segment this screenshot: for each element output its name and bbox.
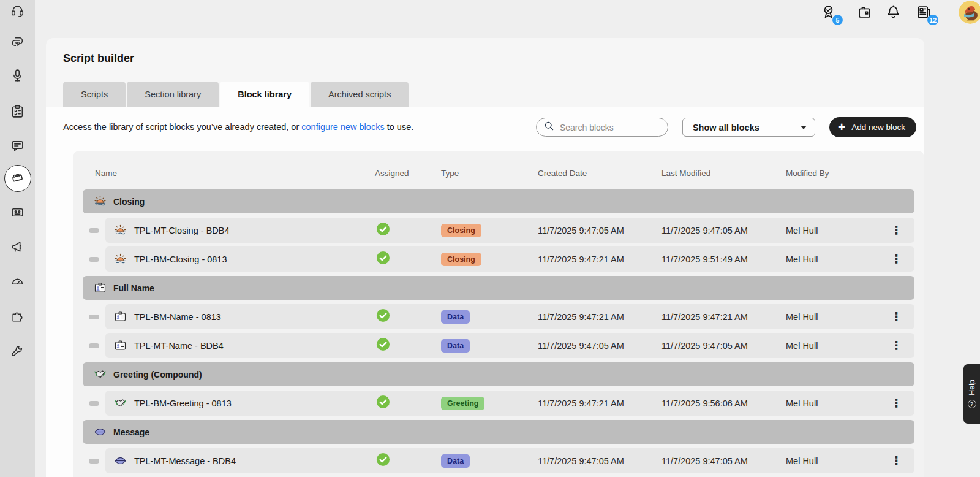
- clipboard-check-icon: [10, 104, 25, 121]
- group-header-row[interactable]: Greeting (Compound): [83, 362, 914, 386]
- block-name: TPL-BM-Name - 0813: [134, 312, 221, 322]
- group-label: Greeting (Compound): [113, 370, 202, 380]
- block-name: TPL-BM-Greeting - 0813: [134, 399, 232, 408]
- filter-selected-value: Show all blocks: [693, 123, 760, 132]
- created-date: 11/7/2025 9:47:21 AM: [538, 312, 662, 322]
- id-card-icon: [114, 339, 127, 352]
- table-body: ClosingTPL-MT-Closing - BDB4Closing11/7/…: [83, 189, 914, 473]
- microphone-icon: [10, 68, 25, 86]
- drag-handle[interactable]: [89, 343, 99, 348]
- created-date: 11/7/2025 9:47:05 AM: [538, 456, 662, 466]
- type-badge: Closing: [441, 224, 481, 237]
- tab-scripts[interactable]: Scripts: [63, 82, 126, 107]
- sunrise-icon: [114, 253, 127, 265]
- lips-icon: [94, 425, 107, 438]
- row-menu-button[interactable]: ⋮: [891, 339, 902, 352]
- group-header-row[interactable]: Full Name: [83, 276, 914, 300]
- drag-handle[interactable]: [89, 228, 99, 233]
- row-menu-button[interactable]: ⋮: [891, 253, 902, 265]
- block-library-panel: Access the library of script blocks you’…: [46, 107, 924, 477]
- block-row[interactable]: TPL-BM-Closing - 0813Closing11/7/2025 9:…: [105, 246, 914, 272]
- achievements-button[interactable]: 5: [820, 4, 837, 21]
- tab-archived-scripts[interactable]: Archived scripts: [311, 82, 409, 107]
- handshake-icon: [94, 368, 107, 381]
- sidebar-item-dashboard[interactable]: [0, 272, 35, 292]
- assigned-check-icon: [376, 222, 390, 236]
- sidebar-item-voice[interactable]: [0, 66, 35, 87]
- sidebar-item-scripts[interactable]: [0, 136, 35, 157]
- avatar-bird-illustration: [959, 1, 980, 24]
- megaphone-icon: [10, 239, 25, 257]
- drag-handle[interactable]: [89, 459, 99, 464]
- sidebar-item-campaigns[interactable]: [0, 237, 35, 258]
- main-card: Script builder Scripts Section library B…: [46, 38, 924, 477]
- search-icon: [544, 121, 554, 134]
- sidebar-item-conversations[interactable]: [0, 32, 35, 53]
- wallet-button[interactable]: [856, 4, 873, 21]
- toolbar-controls: Show all blocks + Add new block: [536, 117, 916, 137]
- block-name: TPL-MT-Name - BDB4: [134, 341, 224, 351]
- group-label: Full Name: [113, 283, 154, 293]
- user-avatar[interactable]: [959, 1, 980, 24]
- news-button[interactable]: 12: [916, 4, 933, 21]
- row-menu-button[interactable]: ⋮: [891, 397, 902, 410]
- row-menu-button[interactable]: ⋮: [891, 224, 902, 237]
- filter-dropdown[interactable]: Show all blocks: [682, 118, 815, 137]
- block-row[interactable]: TPL-BM-Name - 0813Data11/7/2025 9:47:21 …: [105, 304, 914, 329]
- chat-panel-icon: [10, 138, 25, 156]
- group-header-row[interactable]: Message: [83, 420, 914, 444]
- modified-by: Mel Hull: [786, 254, 882, 264]
- type-badge: Data: [441, 310, 470, 324]
- block-row[interactable]: TPL-MT-Name - BDB4Data11/7/2025 9:47:05 …: [105, 333, 914, 358]
- app-screen: 5 12 Script builder Scripts Section libr…: [0, 0, 980, 477]
- sunrise-icon: [94, 195, 107, 208]
- drag-handle[interactable]: [89, 401, 99, 406]
- id-card-icon: [94, 281, 107, 294]
- column-header-modified: Last Modified: [662, 169, 786, 178]
- modified-by: Mel Hull: [786, 341, 882, 351]
- notifications-button[interactable]: [885, 4, 902, 21]
- modified-by: Mel Hull: [786, 226, 882, 235]
- chevron-down-icon: [801, 126, 807, 129]
- block-row[interactable]: TPL-MT-Closing - BDB4Closing11/7/2025 9:…: [105, 218, 914, 243]
- row-menu-button[interactable]: ⋮: [891, 454, 902, 467]
- help-tab[interactable]: Help ?: [963, 364, 980, 424]
- tab-block-library[interactable]: Block library: [220, 82, 309, 107]
- search-box[interactable]: [536, 118, 668, 137]
- configure-new-blocks-link[interactable]: configure new blocks: [301, 122, 384, 132]
- block-name: TPL-MT-Closing - BDB4: [134, 226, 230, 235]
- keyboard-icon: [10, 205, 25, 223]
- sidebar-item-block-library[interactable]: [0, 164, 35, 193]
- sidebar: [0, 0, 35, 477]
- sidebar-item-checklist[interactable]: [0, 102, 35, 123]
- block-row[interactable]: TPL-MT-Message - BDB4Data11/7/2025 9:47:…: [105, 448, 914, 473]
- add-new-block-button[interactable]: + Add new block: [829, 117, 916, 137]
- tab-section-library[interactable]: Section library: [127, 82, 219, 107]
- assigned-check-icon: [376, 395, 390, 409]
- block-name: TPL-BM-Closing - 0813: [134, 254, 227, 264]
- panel-description: Access the library of script blocks you’…: [63, 122, 413, 132]
- drag-handle[interactable]: [89, 315, 99, 319]
- last-modified-date: 11/7/2025 9:47:05 AM: [662, 456, 786, 466]
- sidebar-item-keyboard[interactable]: [0, 203, 35, 224]
- chat-bubbles-icon: [10, 34, 25, 52]
- search-input[interactable]: [560, 123, 658, 132]
- lips-icon: [114, 454, 127, 467]
- wallet-icon: [856, 12, 873, 22]
- drag-handle[interactable]: [89, 257, 99, 262]
- sidebar-item-tools[interactable]: [0, 342, 35, 362]
- group-header-row[interactable]: Closing: [83, 189, 914, 213]
- row-menu-button[interactable]: ⋮: [891, 310, 902, 323]
- created-date: 11/7/2025 9:47:21 AM: [538, 254, 662, 264]
- last-modified-date: 11/7/2025 9:47:05 AM: [662, 226, 786, 235]
- block-row[interactable]: TPL-BM-Greeting - 0813Greeting11/7/2025 …: [105, 391, 914, 416]
- page-title: Script builder: [63, 52, 134, 65]
- question-mark-icon: ?: [968, 400, 976, 408]
- created-date: 11/7/2025 9:47:21 AM: [538, 399, 662, 408]
- sidebar-item-headset[interactable]: [0, 1, 35, 22]
- sidebar-item-integrations[interactable]: [0, 307, 35, 327]
- gauge-icon: [10, 273, 25, 291]
- assigned-check-icon: [376, 308, 390, 322]
- type-badge: Data: [441, 339, 470, 353]
- modified-by: Mel Hull: [786, 456, 882, 466]
